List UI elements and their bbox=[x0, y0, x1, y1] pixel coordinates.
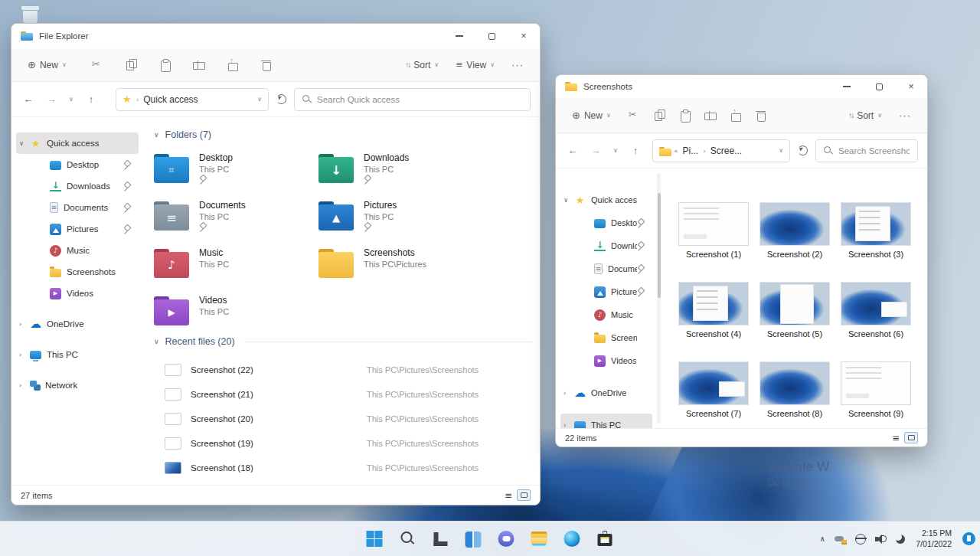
chevron-down-icon[interactable]: ∨ bbox=[779, 147, 783, 154]
recent-locations-button[interactable]: ∨ bbox=[611, 147, 620, 154]
sidebar-item[interactable]: Downloads bbox=[560, 234, 652, 257]
recent-file-row[interactable]: Screenshot (20) This PC\Pictures\Screens… bbox=[154, 407, 532, 431]
forward-button[interactable]: → bbox=[588, 145, 603, 156]
recycle-bin-icon[interactable] bbox=[20, 2, 40, 24]
taskbar-app-icon[interactable] bbox=[497, 529, 517, 549]
refresh-icon[interactable] bbox=[798, 146, 808, 155]
sidebar-item[interactable]: Videos bbox=[16, 283, 139, 304]
breadcrumb[interactable]: Quick access bbox=[143, 94, 198, 105]
sidebar-item[interactable]: Videos bbox=[560, 349, 652, 372]
taskbar-app-icon[interactable] bbox=[563, 529, 583, 549]
maximize-button[interactable] bbox=[475, 24, 508, 48]
taskbar-app-icon[interactable] bbox=[530, 529, 550, 549]
back-button[interactable]: ← bbox=[565, 145, 580, 156]
expand-chevron-icon[interactable]: › bbox=[19, 381, 30, 389]
sidebar-item[interactable]: Desktop bbox=[16, 154, 139, 175]
rename-icon[interactable] bbox=[193, 59, 204, 70]
sidebar-item[interactable]: Screenshots bbox=[560, 326, 652, 349]
file-tile[interactable]: Screenshot (7) bbox=[674, 361, 753, 418]
taskbar-app-icon[interactable] bbox=[464, 529, 484, 549]
address-bar[interactable]: « Pi... › Scree... ∨ bbox=[652, 139, 790, 162]
focus-assist-moon-icon[interactable] bbox=[894, 533, 906, 545]
rename-icon[interactable] bbox=[704, 110, 716, 121]
title-bar[interactable]: File Explorer × bbox=[11, 24, 540, 48]
thumbnail-view-icon[interactable] bbox=[904, 432, 918, 443]
sidebar-item[interactable]: Pictures bbox=[560, 280, 652, 303]
recent-file-row[interactable]: Screenshot (19) This PC\Pictures\Screens… bbox=[154, 431, 532, 456]
file-tile[interactable]: Screenshot (4) bbox=[674, 282, 753, 339]
folder-tile[interactable]: Pictures This PC bbox=[318, 198, 483, 231]
chevron-down-icon[interactable]: ∨ bbox=[257, 96, 262, 103]
delete-icon[interactable] bbox=[755, 110, 766, 121]
search-input[interactable] bbox=[838, 146, 910, 155]
expand-chevron-icon[interactable]: › bbox=[564, 421, 574, 428]
collapse-chevron-icon[interactable]: ∨ bbox=[154, 131, 159, 139]
file-tile[interactable]: Screenshot (8) bbox=[755, 361, 835, 418]
share-icon[interactable] bbox=[227, 59, 238, 70]
taskbar-app-icon[interactable] bbox=[431, 529, 451, 549]
minimize-button[interactable] bbox=[831, 75, 863, 98]
network-globe-icon[interactable] bbox=[854, 533, 867, 545]
forward-button[interactable]: → bbox=[44, 93, 59, 105]
sidebar-item[interactable]: ∨ Quick access bbox=[560, 188, 652, 211]
folder-tile[interactable]: Desktop This PC bbox=[154, 151, 318, 183]
expand-chevron-icon[interactable]: ∨ bbox=[564, 196, 574, 204]
breadcrumb-pictures[interactable]: Pi... bbox=[683, 146, 699, 156]
cut-icon[interactable] bbox=[629, 110, 640, 121]
view-button[interactable]: ≡ View ∨ bbox=[450, 56, 500, 74]
search-box[interactable] bbox=[815, 139, 918, 162]
collapse-chevron-icon[interactable]: ∨ bbox=[154, 338, 159, 345]
recent-locations-button[interactable]: ∨ bbox=[67, 96, 76, 103]
up-button[interactable]: ↑ bbox=[83, 93, 99, 105]
taskbar-app-icon[interactable] bbox=[365, 529, 385, 549]
back-button[interactable]: ← bbox=[21, 93, 36, 105]
expand-chevron-icon[interactable]: › bbox=[19, 351, 30, 358]
copy-icon[interactable] bbox=[654, 110, 665, 121]
title-bar[interactable]: Screenshots × bbox=[556, 75, 927, 98]
refresh-icon[interactable] bbox=[276, 94, 286, 104]
sidebar-item[interactable]: Downloads bbox=[16, 175, 139, 197]
sidebar-item[interactable]: Desktop bbox=[560, 211, 652, 234]
expand-chevron-icon[interactable]: ∨ bbox=[19, 139, 30, 147]
expand-chevron-icon[interactable]: › bbox=[19, 320, 30, 328]
tray-overflow-chevron-icon[interactable]: ∧ bbox=[818, 533, 827, 545]
sidebar-item[interactable]: Documents bbox=[16, 197, 139, 218]
sidebar-item[interactable]: › OneDrive bbox=[560, 381, 652, 404]
recent-files-section-header[interactable]: ∨ Recent files (20) bbox=[154, 336, 532, 347]
details-view-icon[interactable]: ≡ bbox=[505, 490, 512, 501]
file-tile[interactable]: Screenshot (9) bbox=[836, 361, 916, 418]
file-tile[interactable]: Screenshot (6) bbox=[836, 282, 916, 339]
sidebar-item[interactable]: Music bbox=[16, 240, 139, 261]
paste-icon[interactable] bbox=[159, 59, 171, 70]
recent-file-row[interactable]: Screenshot (21) This PC\Pictures\Screens… bbox=[154, 382, 532, 407]
cut-icon[interactable] bbox=[92, 59, 103, 70]
onedrive-lock-icon[interactable] bbox=[835, 533, 847, 545]
sidebar-item[interactable]: ∨ Quick access bbox=[16, 132, 139, 154]
sidebar-item[interactable]: › This PC bbox=[560, 414, 652, 428]
new-button[interactable]: ⊕ New ∨ bbox=[567, 106, 616, 125]
sidebar-item[interactable]: › This PC bbox=[16, 344, 139, 365]
sidebar-item[interactable]: Music bbox=[560, 303, 652, 326]
minimize-button[interactable] bbox=[443, 24, 475, 48]
expand-chevron-icon[interactable]: › bbox=[564, 389, 574, 397]
folder-tile[interactable]: Screenshots This PC\Pictures bbox=[318, 246, 483, 278]
folder-tile[interactable]: Documents This PC bbox=[154, 198, 318, 231]
breadcrumb-screenshots[interactable]: Scree... bbox=[710, 146, 742, 156]
thumbnail-view-icon[interactable] bbox=[517, 489, 531, 501]
paste-icon[interactable] bbox=[679, 110, 691, 121]
sort-button[interactable]: ↑↓ Sort ∨ bbox=[843, 106, 887, 125]
search-input[interactable] bbox=[317, 95, 522, 104]
sidebar-item[interactable]: Pictures bbox=[16, 218, 139, 240]
breadcrumb-overflow[interactable]: « bbox=[674, 147, 678, 155]
search-box[interactable] bbox=[294, 88, 531, 111]
close-button[interactable]: × bbox=[508, 24, 540, 48]
details-view-icon[interactable]: ≡ bbox=[892, 433, 900, 443]
taskbar-app-icon[interactable] bbox=[398, 529, 418, 549]
folder-tile[interactable]: Downloads This PC bbox=[318, 151, 483, 183]
sidebar-item[interactable]: › Network bbox=[16, 374, 139, 396]
notification-icon[interactable] bbox=[962, 532, 975, 545]
taskbar-app-icon[interactable] bbox=[596, 529, 616, 549]
delete-icon[interactable] bbox=[260, 59, 272, 70]
new-button[interactable]: ⊕ New ∨ bbox=[22, 55, 72, 74]
folder-tile[interactable]: Music This PC bbox=[154, 246, 318, 278]
